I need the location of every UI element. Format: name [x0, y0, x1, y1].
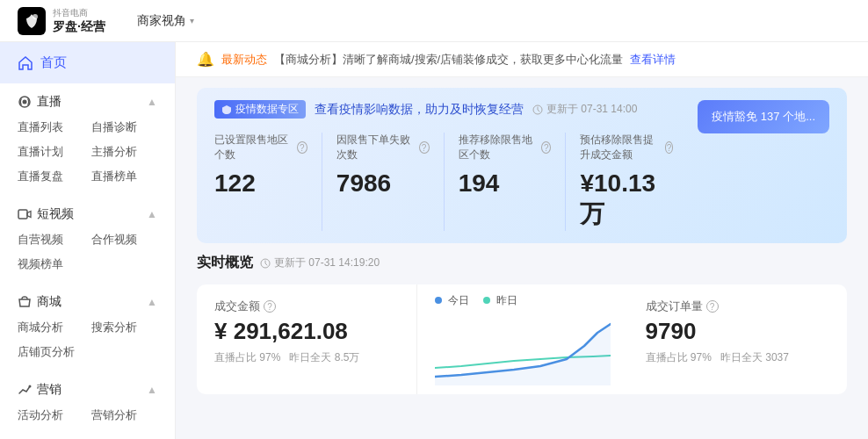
sidebar-item-live-ranking[interactable]: 直播榜单: [88, 164, 162, 189]
sidebar-item-live-review[interactable]: 直播复盘: [14, 164, 88, 189]
stats-row: 成交金额 ? ¥ 291,621.08 直播占比 97% 昨日全天 8.5万: [197, 284, 847, 394]
gmv-sub: 直播占比 97% 昨日全天 8.5万: [214, 350, 399, 365]
main-layout: 首页 直播 ▲ 直播列表 自播诊断 直播计划: [0, 42, 868, 439]
chart-legend: 今日 昨日: [435, 293, 611, 308]
svg-point-0: [33, 14, 38, 19]
sidebar-section-shop: 商城 ▲ 商城分析 搜索分析 店铺页分析: [0, 284, 175, 371]
legend-yesterday: 昨日: [483, 293, 517, 308]
epidemic-stat-3: 预估移除限售提升成交金额 ? ¥10.13万: [565, 133, 687, 231]
sidebar-item-video-ranking[interactable]: 视频榜单: [14, 252, 88, 277]
epidemic-stat-2: 推荐移除限售地区个数 ? 194: [444, 133, 566, 231]
epidemic-value-1: 7986: [336, 169, 430, 198]
orders-sub: 直播占比 97% 昨日全天 3037: [646, 350, 830, 365]
epidemic-stats: 已设置限售地区个数 ? 122 因限售下单失败次数 ? 7986: [214, 133, 687, 231]
marketing-section-label: 营销: [37, 382, 61, 398]
sidebar-item-live-list[interactable]: 直播列表: [14, 115, 88, 140]
live-collapse-icon[interactable]: ▲: [147, 96, 157, 108]
epidemic-title-row: 疫情数据专区 查看疫情影响数据，助力及时恢复经营 更新于 07-31 14:00: [214, 100, 687, 119]
shield-icon: [221, 104, 232, 115]
orders-value: 9790: [646, 318, 830, 345]
svg-marker-7: [435, 324, 611, 385]
live-sub-items: 直播列表 自播诊断 直播计划 主播分析 直播复盘 直播榜单: [0, 115, 175, 196]
epidemic-title: 查看疫情影响数据，助力及时恢复经营: [315, 102, 524, 118]
sidebar-section-video-header[interactable]: 短视频 ▲: [0, 196, 175, 227]
sidebar-item-search-analysis[interactable]: 搜索分析: [88, 315, 162, 340]
orders-info-icon: ?: [706, 300, 719, 313]
svg-rect-3: [18, 210, 27, 219]
notice-bar: 🔔 最新动态 【商城分析】清晰了解商城/搜索/店铺装修成交，获取更多中心化流量 …: [176, 42, 868, 77]
header: 抖音电商 罗盘·经营 商家视角 ▾: [0, 0, 868, 42]
epidemic-update: 更新于 07-31 14:00: [532, 102, 637, 117]
sidebar-item-marketing-analysis[interactable]: 营销分析: [88, 403, 162, 428]
epidemic-tag: 疫情数据专区: [214, 100, 306, 119]
marketing-collapse-icon[interactable]: ▲: [147, 384, 157, 396]
video-sub-items: 自营视频 合作视频 视频榜单: [0, 227, 175, 284]
live-section-label: 直播: [37, 94, 61, 110]
realtime-header: 实时概览 更新于 07-31 14:19:20: [197, 254, 847, 272]
bell-icon: 🔔: [197, 51, 214, 68]
sidebar: 首页 直播 ▲ 直播列表 自播诊断 直播计划: [0, 42, 176, 439]
info-icon-3: ?: [665, 141, 674, 154]
shop-collapse-icon[interactable]: ▲: [147, 296, 157, 308]
epidemic-badge-text: 疫情豁免 137 个地...: [712, 110, 815, 123]
stat-card-gmv: 成交金额 ? ¥ 291,621.08 直播占比 97% 昨日全天 8.5万: [197, 284, 417, 394]
clock-icon-2: [260, 258, 271, 269]
epidemic-banner: 疫情数据专区 查看疫情影响数据，助力及时恢复经营 更新于 07-31 14:00…: [197, 88, 847, 243]
video-collapse-icon[interactable]: ▲: [147, 208, 157, 220]
marketing-sub-items: 活动分析 营销分析: [0, 403, 175, 435]
sidebar-item-own-video[interactable]: 自营视频: [14, 227, 88, 252]
sidebar-item-activity-analysis[interactable]: 活动分析: [14, 403, 88, 428]
sidebar-item-store-analysis[interactable]: 店铺页分析: [14, 340, 88, 364]
yesterday-dot: [483, 297, 490, 304]
live-icon: [18, 95, 32, 109]
epidemic-info: 疫情数据专区 查看疫情影响数据，助力及时恢复经营 更新于 07-31 14:00…: [214, 100, 687, 231]
sidebar-item-home[interactable]: 首页: [0, 42, 175, 83]
home-label: 首页: [40, 54, 67, 71]
epidemic-value-3: ¥10.13万: [580, 169, 673, 231]
realtime-title: 实时概览: [197, 254, 253, 272]
info-icon-0: ?: [297, 141, 307, 154]
gmv-info-icon: ?: [264, 300, 276, 313]
chevron-down-icon: ▾: [190, 16, 194, 25]
logo-text: 抖音电商 罗盘·经营: [53, 7, 105, 35]
home-icon: [18, 55, 33, 71]
main-content: 🔔 最新动态 【商城分析】清晰了解商城/搜索/店铺装修成交，获取更多中心化流量 …: [176, 42, 868, 439]
realtime-update: 更新于 07-31 14:19:20: [260, 255, 380, 270]
realtime-chart: [435, 315, 611, 385]
logo-area: 抖音电商 罗盘·经营: [18, 7, 105, 35]
notice-link[interactable]: 查看详情: [630, 52, 676, 68]
shop-icon: [18, 295, 32, 309]
svg-point-2: [23, 100, 27, 104]
app-logo-icon: [18, 7, 46, 35]
legend-today: 今日: [435, 293, 469, 308]
sidebar-section-marketing-header[interactable]: 营销 ▲: [0, 371, 175, 403]
info-icon-1: ?: [419, 141, 430, 154]
today-dot: [435, 297, 442, 304]
sidebar-item-anchor-analysis[interactable]: 主播分析: [88, 140, 162, 164]
sidebar-item-shop-analysis[interactable]: 商城分析: [14, 315, 88, 340]
realtime-section: 实时概览 更新于 07-31 14:19:20 成交金额 ? ¥ 291,621…: [197, 254, 847, 394]
merchant-view-nav[interactable]: 商家视角 ▾: [127, 13, 205, 29]
gmv-chart-area: 今日 昨日: [417, 284, 628, 394]
epidemic-right-badge[interactable]: 疫情豁免 137 个地...: [698, 100, 829, 133]
epidemic-value-0: 122: [214, 169, 307, 198]
sidebar-item-self-diagnosis[interactable]: 自播诊断: [88, 115, 162, 140]
sidebar-item-collab-video[interactable]: 合作视频: [88, 227, 162, 252]
info-icon-2: ?: [541, 141, 551, 154]
clock-icon: [532, 104, 543, 115]
merchant-view-label: 商家视角: [137, 13, 186, 29]
notice-label: 最新动态: [221, 52, 267, 68]
notice-text: 【商城分析】清晰了解商城/搜索/店铺装修成交，获取更多中心化流量: [274, 52, 623, 68]
sidebar-section-shop-header[interactable]: 商城 ▲: [0, 284, 175, 315]
stat-card-orders: 成交订单量 ? 9790 直播占比 97% 昨日全天 3037: [628, 284, 848, 394]
shop-sub-items: 商城分析 搜索分析 店铺页分析: [0, 315, 175, 371]
epidemic-stat-0: 已设置限售地区个数 ? 122: [214, 133, 322, 231]
sidebar-section-video: 短视频 ▲ 自营视频 合作视频 视频榜单: [0, 196, 175, 284]
sidebar-section-live-header[interactable]: 直播 ▲: [0, 83, 175, 115]
sidebar-item-live-plan[interactable]: 直播计划: [14, 140, 88, 164]
sidebar-section-live: 直播 ▲ 直播列表 自播诊断 直播计划 主播分析 直播复盘 直播榜单: [0, 83, 175, 196]
gmv-value: ¥ 291,621.08: [214, 318, 399, 345]
svg-point-4: [29, 385, 32, 388]
epidemic-value-2: 194: [459, 169, 552, 198]
marketing-icon: [18, 383, 32, 397]
